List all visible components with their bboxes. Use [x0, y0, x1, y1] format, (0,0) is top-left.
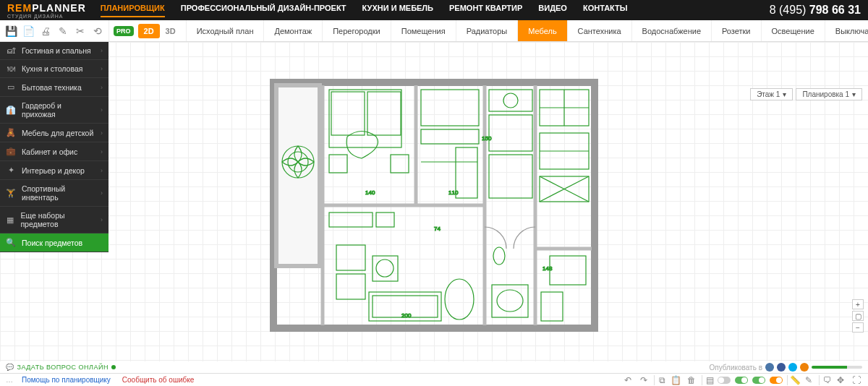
collapse-icon[interactable]: …	[6, 376, 13, 384]
tool-b-icon[interactable]: ✂	[74, 25, 87, 38]
zoom-controls: + ▢ −	[852, 299, 864, 333]
copy-icon[interactable]: ⧉	[654, 375, 665, 385]
status-bar: 💬ЗАДАТЬ ВОПРОС ОНЛАЙН Опубликовать в	[0, 361, 868, 373]
nav-contacts[interactable]: КОНТАКТЫ	[583, 4, 628, 17]
svg-rect-13	[329, 155, 347, 173]
sidebar-item-living[interactable]: 🛋Гостиная и спальня›	[0, 42, 109, 60]
kitchen-icon: 🍽	[6, 64, 16, 73]
svg-point-47	[493, 247, 505, 265]
open-icon[interactable]: 📄	[22, 25, 35, 38]
sidebar-item-label: Мебель для детской	[22, 129, 93, 137]
svg-point-22	[503, 93, 518, 108]
toggle-b[interactable]	[735, 377, 748, 384]
svg-rect-14	[391, 155, 409, 173]
publish-group: Опубликовать в	[710, 363, 862, 372]
grid-icon: ▦	[6, 215, 14, 225]
layout-selector[interactable]: Планировка 1▾	[796, 88, 862, 100]
view-3d-button[interactable]: 3D	[160, 24, 182, 38]
pencil-icon[interactable]: ✎	[803, 375, 814, 385]
nav-kitchen[interactable]: КУХНИ И МЕБЕЛЬ	[362, 4, 433, 17]
delete-icon[interactable]: 🗑	[686, 375, 697, 385]
tab-partitions[interactable]: Перегородки	[323, 20, 391, 41]
tab-original[interactable]: Исходный план	[187, 20, 265, 41]
floorplan[interactable]: 140 110 150 74	[268, 68, 600, 335]
sidebar-item-kids[interactable]: 🧸Мебель для детской›	[0, 124, 109, 142]
tv-icon: ▭	[6, 82, 16, 92]
toggle-d[interactable]	[770, 377, 783, 384]
tab-sockets[interactable]: Розетки	[712, 20, 762, 41]
floor-selector[interactable]: Этаж 1▾	[750, 88, 793, 100]
print-icon[interactable]: 🖨	[39, 25, 52, 38]
nav-repair[interactable]: РЕМОНТ КВАРТИР	[449, 4, 522, 17]
note-icon[interactable]: 🗨	[819, 375, 830, 385]
ok-icon[interactable]	[800, 363, 809, 372]
logo[interactable]: REMPLANNER СТУДИЯ ДИЗАЙНА	[7, 2, 86, 19]
zoom-fit-button[interactable]: ▢	[852, 311, 864, 321]
tab-water[interactable]: Водоснабжение	[632, 20, 712, 41]
svg-rect-35	[376, 213, 394, 227]
nav-planner[interactable]: ПЛАНИРОВЩИК	[101, 4, 165, 17]
zoom-out-button[interactable]: −	[852, 322, 864, 333]
tool-c-icon[interactable]: ⟲	[91, 25, 104, 38]
tab-plumbing[interactable]: Сантехника	[568, 20, 632, 41]
sidebar-item-appliances[interactable]: ▭Бытовая техника›	[0, 78, 109, 97]
expand-icon[interactable]: ⛶	[851, 375, 862, 385]
ask-online-button[interactable]: 💬ЗАДАТЬ ВОПРОС ОНЛАЙН	[6, 364, 116, 371]
svg-point-40	[376, 260, 393, 277]
tab-switches[interactable]: Выключатели	[825, 20, 868, 41]
crib-icon: 🧸	[6, 128, 16, 137]
sidebar-item-label: Поиск предметов	[22, 239, 82, 247]
svg-point-46	[497, 290, 523, 312]
nav-design[interactable]: ПРОФЕССИОНАЛЬНЫЙ ДИЗАЙН-ПРОЕКТ	[181, 4, 346, 17]
svg-rect-11	[331, 92, 365, 135]
tab-demolition[interactable]: Демонтаж	[264, 20, 323, 41]
sidebar-item-more[interactable]: ▦Еще наборы предметов›	[0, 207, 109, 233]
svg-text:148: 148	[542, 265, 553, 272]
logo-text-a: REM	[7, 2, 32, 14]
zoom-slider[interactable]	[812, 366, 862, 369]
view-2d-button[interactable]: 2D	[138, 24, 160, 38]
svg-rect-18	[456, 147, 477, 198]
phone-number[interactable]: 8 (495) 798 66 31	[770, 4, 861, 17]
desk-icon: 💼	[6, 147, 16, 156]
report-link[interactable]: Сообщить об ошибке	[122, 376, 194, 384]
save-icon[interactable]: 💾	[4, 25, 17, 38]
chevron-right-icon: ›	[101, 167, 103, 174]
sidebar-item-kitchen[interactable]: 🍽Кухня и столовая›	[0, 60, 109, 78]
canvas[interactable]: Этаж 1▾ Планировка 1▾	[0, 42, 868, 361]
svg-rect-37	[336, 245, 365, 270]
tool-a-icon[interactable]: ✎	[56, 25, 69, 38]
sidebar-item-office[interactable]: 💼Кабинет и офис›	[0, 142, 109, 161]
svg-rect-49	[541, 292, 563, 321]
svg-rect-1	[276, 85, 320, 266]
twitter-icon[interactable]	[788, 363, 797, 372]
vk-icon[interactable]	[765, 363, 774, 372]
sidebar-item-sport[interactable]: 🏋Спортивный инвентарь›	[0, 180, 109, 207]
top-nav: REMPLANNER СТУДИЯ ДИЗАЙНА ПЛАНИРОВЩИК ПР…	[0, 0, 868, 20]
tab-radiators[interactable]: Радиаторы	[456, 20, 519, 41]
facebook-icon[interactable]	[777, 363, 786, 372]
dumbbell-icon: 🏋	[6, 189, 16, 198]
file-tools: 💾 📄 🖨 ✎ ✂ ⟲	[0, 20, 109, 41]
search-icon: 🔍	[6, 238, 16, 247]
tab-rooms[interactable]: Помещения	[391, 20, 456, 41]
move-icon[interactable]: ✥	[835, 375, 846, 385]
toggle-a[interactable]	[718, 377, 731, 384]
zoom-in-button[interactable]: +	[852, 299, 864, 309]
tab-furniture[interactable]: Мебель	[518, 20, 567, 41]
sidebar-item-wardrobe[interactable]: 👔Гардероб и прихожая›	[0, 97, 109, 124]
sidebar-item-decor[interactable]: ✦Интерьер и декор›	[0, 161, 109, 180]
pro-badge[interactable]: PRO	[114, 26, 134, 36]
redo-icon[interactable]: ↷	[638, 375, 650, 385]
toggle-c[interactable]	[752, 377, 765, 384]
nav-video[interactable]: ВИДЕО	[538, 4, 567, 17]
sofa-icon: 🛋	[6, 46, 16, 55]
paste-icon[interactable]: 📋	[670, 375, 681, 385]
undo-icon[interactable]: ↶	[622, 375, 634, 385]
ruler-icon[interactable]: 📏	[787, 375, 799, 385]
tab-lighting[interactable]: Освещение	[762, 20, 825, 41]
help-link[interactable]: Помощь по планировщику	[22, 376, 111, 384]
svg-point-44	[445, 279, 474, 319]
sidebar-item-search[interactable]: 🔍Поиск предметов	[0, 233, 109, 252]
layers-icon[interactable]: ▤	[702, 375, 713, 385]
